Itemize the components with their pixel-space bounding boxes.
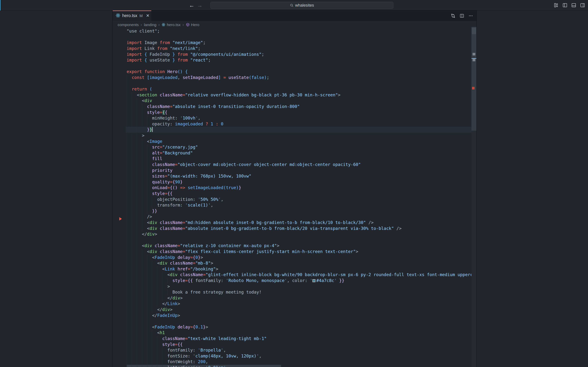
code-line[interactable]: import { useState } from "react"; bbox=[113, 57, 471, 63]
code-line[interactable] bbox=[113, 63, 471, 69]
code-line[interactable]: import { FadeInUp } from "@/components/u… bbox=[113, 52, 471, 58]
indent-guide bbox=[142, 260, 142, 266]
open-changes-icon[interactable] bbox=[451, 13, 456, 18]
code-line[interactable]: onLoad={() => setImageLoaded(true)} bbox=[113, 185, 471, 191]
indent-guide bbox=[142, 139, 142, 144]
code-line[interactable]: fontWeight: 200, bbox=[113, 359, 471, 365]
code-line[interactable]: letterSpacing: '0.01em', bbox=[113, 365, 471, 367]
breadcrumb-item-landing[interactable]: landing bbox=[144, 23, 156, 27]
code-line[interactable]: }} bbox=[113, 208, 471, 214]
code-line[interactable]: > bbox=[113, 133, 471, 139]
code-line[interactable]: className="text-white leading-tight mb-1… bbox=[113, 336, 471, 342]
code-line[interactable]: </FadeInUp> bbox=[113, 313, 471, 318]
code-line[interactable]: </div> bbox=[113, 295, 471, 301]
code-line[interactable]: <div className="md:hidden absolute inset… bbox=[113, 220, 471, 226]
nav-back-button[interactable]: ← bbox=[189, 0, 194, 10]
nav-forward-button[interactable]: → bbox=[197, 0, 203, 10]
split-editor-icon[interactable] bbox=[459, 13, 464, 18]
code-line[interactable]: className="object-cover md:object-cover … bbox=[113, 162, 471, 168]
code-line[interactable]: style={{ bbox=[113, 191, 471, 197]
indent-guide bbox=[147, 347, 147, 353]
toggle-secondary-sidebar-icon[interactable] bbox=[580, 3, 585, 8]
code-line[interactable] bbox=[113, 237, 471, 243]
code-line[interactable]: src="/scenary.jpg" bbox=[113, 144, 471, 150]
overview-cursor-line-mark bbox=[471, 58, 476, 59]
breadcrumb-item-hero-tsx[interactable]: hero.tsx bbox=[162, 23, 181, 27]
indent-guide bbox=[142, 173, 142, 179]
code-line[interactable]: quality={90} bbox=[113, 179, 471, 185]
code-line[interactable]: fontSize: 'clamp(48px, 10vw, 120px)', bbox=[113, 353, 471, 359]
code-line[interactable]: alt="Background" bbox=[113, 150, 471, 156]
overview-mark-gray bbox=[473, 59, 475, 61]
code-line[interactable]: const [imageLoaded, setImageLoaded] = us… bbox=[113, 75, 471, 81]
code-line[interactable]: style={{ fontFamily: 'Roboto Mono, monos… bbox=[113, 278, 471, 284]
code-line[interactable]: opacity: imageLoaded ? 1 : 0 bbox=[113, 121, 471, 127]
breadcrumb-item-hero[interactable]: Hero bbox=[186, 23, 199, 27]
toggle-primary-sidebar-icon[interactable] bbox=[562, 3, 567, 8]
code-line[interactable]: <div className="relative z-10 container … bbox=[113, 243, 471, 249]
code-line[interactable]: "use client"; bbox=[113, 28, 471, 34]
code-line[interactable]: priority bbox=[113, 168, 471, 174]
code-line[interactable]: style={{ bbox=[113, 342, 471, 348]
code-line[interactable]: fontFamily: 'Bropella', bbox=[113, 347, 471, 353]
code-line[interactable]: className="absolute inset-0 transition-o… bbox=[113, 104, 471, 110]
code-line[interactable]: <Link href="/booking"> bbox=[113, 266, 471, 272]
code-line[interactable]: export function Hero() { bbox=[113, 69, 471, 75]
indent-guide bbox=[132, 330, 132, 336]
code-line[interactable]: </Link> bbox=[113, 301, 471, 307]
code-line[interactable]: sizes="(max-width: 768px) 150vw, 100vw" bbox=[113, 173, 471, 179]
code-line[interactable]: <h1 bbox=[113, 330, 471, 336]
breadcrumb-item-components[interactable]: components bbox=[118, 23, 138, 27]
indent-guide bbox=[157, 278, 157, 284]
code-line[interactable]: <FadeInUp delay={0}> bbox=[113, 255, 471, 260]
overview-ruler[interactable] bbox=[471, 27, 476, 367]
code-line[interactable]: <Image bbox=[113, 139, 471, 144]
indent-guide bbox=[127, 243, 127, 249]
code-line[interactable]: /> bbox=[113, 214, 471, 220]
code-line[interactable]: </div> bbox=[113, 307, 471, 313]
code-line[interactable]: > bbox=[113, 284, 471, 290]
code-line[interactable]: minHeight: '100vh', bbox=[113, 115, 471, 121]
code-line[interactable] bbox=[113, 81, 471, 86]
code-line[interactable]: fill bbox=[113, 156, 471, 162]
code-line[interactable]: objectPosition: '50% 50%', bbox=[113, 197, 471, 202]
tab-hero-tsx[interactable]: hero.tsx M ✕ bbox=[113, 10, 151, 21]
indent-guide bbox=[142, 150, 142, 156]
code-line[interactable]: <section className="relative overflow-hi… bbox=[113, 92, 471, 98]
code-area[interactable]: "use client";import Image from "next/ima… bbox=[113, 28, 471, 367]
code-line[interactable]: <div bbox=[113, 98, 471, 104]
code-line[interactable] bbox=[113, 318, 471, 324]
scrollbar-thumb[interactable] bbox=[471, 27, 476, 131]
indent-guide bbox=[132, 214, 132, 220]
code-line[interactable]: <FadeInUp delay={0.1}> bbox=[113, 324, 471, 330]
indent-guide bbox=[147, 284, 147, 290]
indent-guide bbox=[127, 168, 127, 174]
indent-guide bbox=[137, 324, 137, 330]
vscode-window: ← → whalesites bbox=[0, 0, 588, 367]
code-line[interactable]: style={{ bbox=[113, 110, 471, 116]
indent-guide bbox=[137, 133, 137, 139]
code-line[interactable]: }} bbox=[113, 127, 471, 133]
indent-guide bbox=[127, 197, 127, 202]
tab-close-icon[interactable]: ✕ bbox=[146, 13, 149, 18]
customize-layout-icon[interactable] bbox=[554, 3, 559, 8]
code-line[interactable] bbox=[113, 34, 471, 40]
code-line[interactable]: transform: 'scale(1)', bbox=[113, 202, 471, 208]
code-line[interactable]: <div className="flex flex-col items-cent… bbox=[113, 249, 471, 255]
code-line[interactable]: return ( bbox=[113, 86, 471, 92]
more-actions-icon[interactable] bbox=[468, 13, 473, 18]
indent-guide bbox=[127, 150, 127, 156]
indent-guide bbox=[157, 347, 157, 353]
code-line[interactable]: import Link from "next/link"; bbox=[113, 46, 471, 52]
command-center-search[interactable]: whalesites bbox=[210, 2, 393, 9]
toggle-panel-icon[interactable] bbox=[571, 3, 576, 8]
code-line[interactable]: import Image from "next/image"; bbox=[113, 40, 471, 46]
code-line[interactable]: <div className="glint-effect inline-bloc… bbox=[113, 272, 471, 278]
code-line[interactable]: <div className="mb-8"> bbox=[113, 260, 471, 266]
code-line[interactable]: Book a free strategy meeting today! bbox=[113, 289, 471, 295]
indent-guide bbox=[142, 179, 142, 185]
indent-guide bbox=[142, 359, 142, 365]
scrollbar-thumb-top[interactable] bbox=[472, 27, 476, 34]
code-line[interactable]: </div> bbox=[113, 231, 471, 237]
code-line[interactable]: <div className="absolute inset-0 bg-grad… bbox=[113, 226, 471, 232]
